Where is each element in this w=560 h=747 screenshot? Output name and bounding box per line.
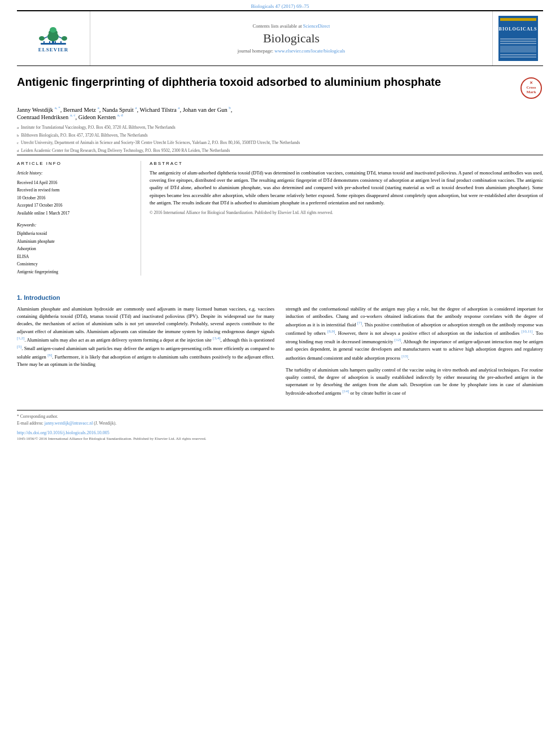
svg-rect-9	[43, 41, 45, 45]
svg-rect-12	[60, 41, 62, 45]
article-info-heading: ARTICLE INFO	[17, 161, 132, 166]
main-content: 1. Introduction Aluminium phosphate and …	[17, 276, 543, 401]
cover-decoration	[500, 37, 536, 59]
journal-title-section: Contents lists available at ScienceDirec…	[90, 11, 492, 65]
citation-text: Biologicals 47 (2017) 69–75	[251, 3, 309, 9]
article-header: Antigenic fingerprinting of diphtheria t…	[17, 66, 543, 154]
copyright-line: © 2016 International Alliance for Biolog…	[150, 210, 543, 215]
intro-body: Aluminium phosphate and aluminium hydrox…	[17, 305, 543, 401]
revised-label: Received in revised form	[17, 187, 60, 193]
article-info-column: ARTICLE INFO Article history: Received 1…	[17, 161, 141, 276]
svg-point-7	[62, 36, 67, 41]
journal-title: Biologicals	[263, 31, 320, 46]
keyword-3: Adsorption	[17, 245, 132, 253]
crossmark-circle: ✕CrossMark	[520, 77, 542, 99]
accepted-date: Accepted 17 October 2016	[17, 203, 63, 208]
keywords-label: Keywords:	[17, 222, 132, 228]
elsevier-brand-label: ELSEVIER	[38, 47, 69, 53]
history-label: Article history:	[17, 169, 132, 177]
svg-rect-10	[49, 41, 50, 45]
keyword-5: Consistency	[17, 260, 132, 268]
keywords-section: Keywords: Diphtheria toxoid Aluminium ph…	[17, 222, 132, 276]
keyword-1: Diphtheria toxoid	[17, 230, 132, 238]
sciencedirect-link[interactable]: ScienceDirect	[303, 23, 330, 29]
footnotes: * Corresponding author. E-mail address: …	[17, 410, 543, 426]
svg-rect-11	[55, 41, 56, 45]
intro-section-title: 1. Introduction	[17, 294, 543, 301]
affiliation-a: a Institute for Translational Vaccinolog…	[17, 124, 543, 131]
contents-available-text: Contents lists available at ScienceDirec…	[253, 23, 330, 29]
journal-citation: Biologicals 47 (2017) 69–75	[0, 0, 560, 10]
intro-left-text: Aluminium phosphate and aluminium hydrox…	[17, 305, 274, 368]
intro-right-text-2: The turbidity of aluminium salts hampers…	[286, 366, 543, 397]
corresponding-author-note: * Corresponding author.	[17, 414, 543, 419]
elsevier-logo-section: ELSEVIER	[17, 11, 90, 65]
available-date: Available online 1 March 2017	[17, 211, 69, 216]
author-list: Janny Westdijk a, *, Bernard Metz a, Nan…	[17, 106, 543, 120]
title-row: Antigenic fingerprinting of diphtheria t…	[17, 75, 543, 100]
journal-header: ELSEVIER Contents lists available at Sci…	[17, 10, 543, 66]
received-date: Received 14 April 2016	[17, 180, 57, 185]
abstract-column: ABSTRACT The antigenicity of alum-adsorb…	[141, 161, 543, 276]
issn-line: 1045-1056/© 2016 International Alliance …	[17, 436, 543, 441]
email-link[interactable]: janny.westdijk@intravacc.nl	[45, 421, 93, 426]
intro-right-col: strength and the conformational stabilit…	[286, 305, 543, 401]
crossmark-label: ✕CrossMark	[526, 81, 536, 94]
cover-top-bar	[500, 18, 536, 21]
journal-cover-section: BIOLOGICALS	[492, 11, 543, 65]
intro-left-col: Aluminium phosphate and aluminium hydrox…	[17, 305, 274, 401]
homepage-link[interactable]: www.elsevier.com/locate/biologicals	[274, 48, 345, 54]
journal-cover-image: BIOLOGICALS	[498, 16, 538, 61]
article-history: Article history: Received 14 April 2016 …	[17, 169, 132, 217]
article-info-abstract: ARTICLE INFO Article history: Received 1…	[17, 155, 543, 276]
affiliation-b: b Bilthoven Biologicals, P.O. Box 457, 3…	[17, 132, 543, 139]
article-title: Antigenic fingerprinting of diphtheria t…	[17, 75, 509, 89]
cover-journal-label: BIOLOGICALS	[499, 27, 537, 32]
homepage-line: journal homepage: www.elsevier.com/locat…	[238, 48, 345, 54]
elsevier-tree-icon	[35, 24, 72, 46]
keyword-4: ELISA	[17, 253, 132, 261]
keyword-2: Aluminium phosphate	[17, 238, 132, 246]
revised-date: 10 October 2016	[17, 195, 45, 200]
keyword-6: Antigenic fingerprinting	[17, 268, 132, 276]
svg-point-5	[39, 36, 45, 41]
crossmark-badge[interactable]: ✕CrossMark	[520, 77, 543, 100]
abstract-heading: ABSTRACT	[150, 161, 543, 166]
intro-right-text-1: strength and the conformational stabilit…	[286, 305, 543, 362]
abstract-text: The antigenicity of alum-adsorbed diphth…	[150, 169, 543, 207]
doi-link[interactable]: http://dx.doi.org/10.1016/j.biologicals.…	[17, 430, 543, 435]
affiliations-list: a Institute for Translational Vaccinolog…	[17, 124, 543, 154]
svg-point-3	[50, 27, 56, 33]
affiliation-c: c Utrecht University, Department of Anim…	[17, 139, 543, 146]
affiliation-d: d Leiden Academic Center for Drug Resear…	[17, 147, 543, 154]
email-note: E-mail address: janny.westdijk@intravacc…	[17, 421, 543, 426]
